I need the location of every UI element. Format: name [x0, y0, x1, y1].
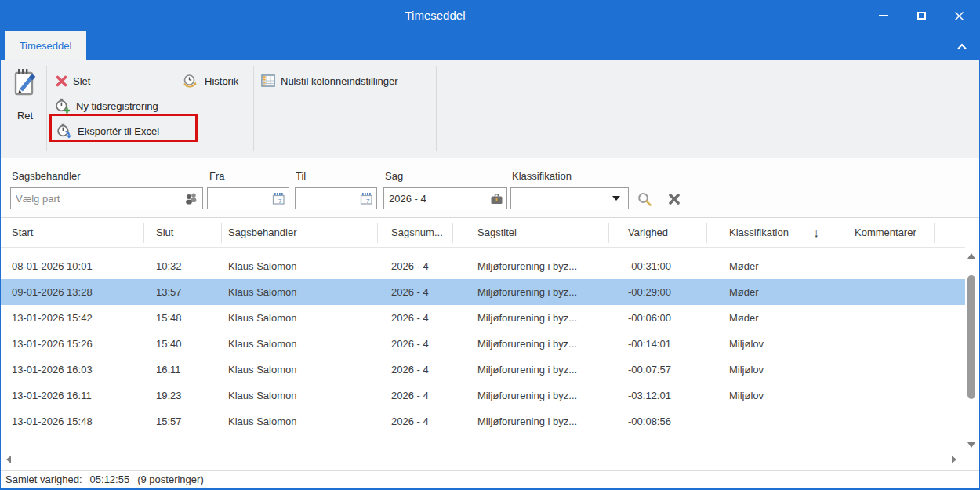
- cell-sagsbehandler: Klaus Salomon: [221, 286, 377, 298]
- historik-label: Historik: [205, 75, 238, 87]
- title-bar: Timeseddel: [1, 1, 979, 31]
- cell-sagsbehandler: Klaus Salomon: [221, 364, 377, 376]
- edit-clipboard-icon: [11, 67, 39, 100]
- history-clock-icon: [181, 74, 199, 89]
- svg-text:7: 7: [278, 198, 282, 205]
- fra-input[interactable]: [208, 193, 272, 205]
- column-header-filler: [934, 218, 965, 248]
- cell-sagsnummer: 2026 - 4: [377, 390, 452, 401]
- eksporter-til-excel-button[interactable]: Eksportér til Excel: [56, 120, 159, 142]
- fra-field: 7: [207, 187, 289, 209]
- ribbon-collapse-button[interactable]: [954, 39, 970, 53]
- cell-start: 08-01-2026 10:01: [7, 260, 143, 272]
- ny-tidsregistrering-label: Ny tidsregistrering: [76, 100, 158, 112]
- svg-text:7: 7: [366, 198, 370, 205]
- slet-label: Slet: [73, 75, 90, 87]
- cell-start: 13-01-2026 15:48: [7, 416, 143, 427]
- delete-x-icon: [56, 75, 67, 87]
- cell-klassifikation: Møder: [706, 286, 840, 298]
- scroll-up-arrow[interactable]: [967, 253, 975, 259]
- vertical-scrollbar-thumb[interactable]: [967, 275, 975, 399]
- nulstil-kolonneindstillinger-button[interactable]: Nulstil kolonneindstillinger: [261, 70, 398, 92]
- table-row[interactable]: 08-01-2026 10:01 10:32 Klaus Salomon 202…: [1, 253, 965, 279]
- column-header-sagsbehandler[interactable]: Sagsbehandler: [221, 218, 377, 248]
- cell-sagsnummer: 2026 - 4: [377, 286, 452, 298]
- table-row[interactable]: 09-01-2026 13:28 13:57 Klaus Salomon 202…: [1, 279, 965, 305]
- nulstil-label: Nulstil kolonneindstillinger: [281, 75, 398, 87]
- total-duration-label: Samlet varighed:: [5, 474, 82, 485]
- ny-tidsregistrering-button[interactable]: Ny tidsregistrering: [54, 95, 158, 117]
- til-field: 7: [295, 187, 377, 209]
- cell-sagstitel: Miljøforurening i byz...: [452, 390, 608, 401]
- fra-label: Fra: [209, 170, 225, 182]
- tab-timeseddel[interactable]: Timeseddel: [5, 31, 86, 60]
- table-header: Start Slut Sagsbehandler Sagsnum... Sags…: [1, 218, 965, 248]
- calendar-icon[interactable]: 7: [272, 192, 285, 205]
- historik-button[interactable]: Historik: [181, 70, 238, 92]
- column-header-varighed[interactable]: Varighed: [608, 218, 706, 248]
- scroll-right-arrow[interactable]: [952, 456, 956, 463]
- table-row[interactable]: 13-01-2026 15:26 15:40 Klaus Salomon 202…: [1, 331, 965, 357]
- scroll-left-arrow[interactable]: [6, 456, 11, 463]
- cell-varighed: -00:29:00: [608, 286, 706, 298]
- table-row[interactable]: 13-01-2026 16:11 19:23 Klaus Salomon 202…: [1, 383, 965, 408]
- maximize-button[interactable]: [902, 1, 940, 31]
- cell-sagsnummer: 2026 - 4: [377, 338, 452, 350]
- minimize-button[interactable]: [865, 1, 902, 31]
- klassifikation-label: Klassifikation: [512, 170, 572, 182]
- ret-button[interactable]: Ret: [7, 67, 43, 151]
- sort-descending-icon: ↓: [814, 218, 820, 248]
- scroll-down-arrow[interactable]: [967, 442, 975, 448]
- column-header-sagsnummer[interactable]: Sagsnum...: [377, 218, 452, 248]
- column-header-klassifikation[interactable]: Klassifikation ↓: [706, 218, 840, 248]
- table-body: 08-01-2026 10:01 10:32 Klaus Salomon 202…: [1, 253, 965, 434]
- cell-sagsnummer: 2026 - 4: [377, 312, 452, 324]
- cell-sagstitel: Miljøforurening i byz...: [452, 416, 608, 427]
- status-bar: Samlet varighed: 05:12:55 (9 posteringer…: [1, 470, 979, 488]
- cell-sagstitel: Miljøforurening i byz...: [452, 364, 608, 376]
- cell-varighed: -00:08:56: [608, 416, 706, 427]
- clear-x-icon: [668, 193, 681, 205]
- clear-filter-button[interactable]: [665, 190, 684, 209]
- sagsbehandler-input[interactable]: [11, 193, 184, 205]
- table-row[interactable]: 13-01-2026 16:03 16:11 Klaus Salomon 202…: [1, 357, 965, 383]
- cell-klassifikation: Møder: [706, 260, 840, 272]
- cell-klassifikation: Miljølov: [706, 364, 840, 376]
- cell-sagstitel: Miljøforurening i byz...: [452, 338, 608, 350]
- search-button[interactable]: [635, 190, 654, 209]
- column-header-sagstitel[interactable]: Sagstitel: [452, 218, 608, 248]
- ribbon: Ret Slet Ny tidsregistrering: [1, 60, 979, 158]
- sag-input[interactable]: [384, 193, 490, 205]
- briefcase-icon[interactable]: [490, 193, 503, 205]
- table-row[interactable]: 13-01-2026 15:42 15:48 Klaus Salomon 202…: [1, 305, 965, 331]
- cell-slut: 10:32: [143, 260, 221, 272]
- slet-button[interactable]: Slet: [56, 70, 90, 92]
- sagsbehandler-label: Sagsbehandler: [12, 170, 80, 182]
- window-controls: [865, 1, 978, 31]
- sagsbehandler-field: [10, 187, 203, 209]
- cell-sagsbehandler: Klaus Salomon: [221, 338, 377, 350]
- column-header-start[interactable]: Start: [7, 218, 143, 248]
- ribbon-separator: [46, 66, 47, 151]
- til-input[interactable]: [296, 193, 360, 205]
- cell-start: 09-01-2026 13:28: [7, 286, 143, 298]
- calendar-icon[interactable]: 7: [360, 192, 373, 205]
- filter-bar: Sagsbehandler Fra Til Sag Klassifikation…: [1, 158, 979, 218]
- klassifikation-header-label: Klassifikation: [729, 227, 789, 238]
- column-header-slut[interactable]: Slut: [143, 218, 221, 248]
- cell-sagsbehandler: Klaus Salomon: [221, 260, 377, 272]
- klassifikation-dropdown[interactable]: [510, 187, 629, 209]
- table-row[interactable]: 13-01-2026 15:48 15:57 Klaus Salomon 202…: [1, 408, 965, 434]
- people-icon[interactable]: [184, 192, 199, 205]
- sag-field: [383, 187, 507, 209]
- close-button[interactable]: [940, 1, 978, 31]
- cell-start: 13-01-2026 15:42: [7, 312, 143, 324]
- column-header-kommentarer[interactable]: Kommentarer: [840, 218, 934, 248]
- app-window: Timeseddel Timeseddel Re: [0, 0, 980, 490]
- caret-down-icon: [612, 196, 620, 201]
- cell-sagsnummer: 2026 - 4: [377, 416, 452, 427]
- chevron-up-icon: [956, 43, 967, 50]
- cell-varighed: -00:07:57: [608, 364, 706, 376]
- cell-varighed: -03:12:01: [608, 390, 706, 401]
- til-label: Til: [296, 170, 306, 182]
